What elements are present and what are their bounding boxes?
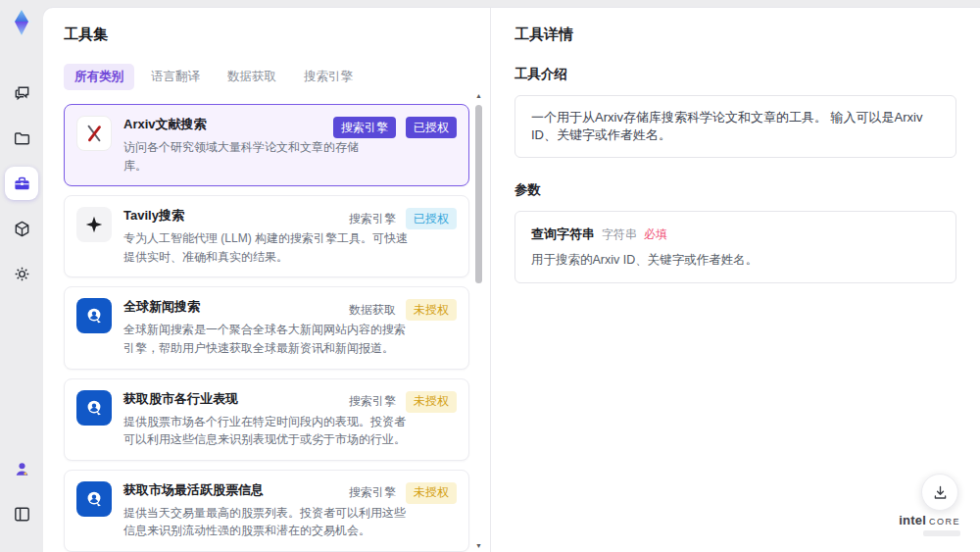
user-avatar-icon[interactable]	[5, 452, 38, 485]
arxiv-logo-icon	[76, 116, 112, 151]
app-panel: 工具集 所有类别 语言翻译 数据获取 搜索引擎 Arxiv文献搜索 访问各个研究…	[43, 8, 980, 552]
left-rail	[0, 0, 43, 552]
param-required-flag: 必填	[644, 226, 667, 243]
tool-detail-pane: 工具详情 工具介绍 一个用于从Arxiv存储库搜索科学论文和文章的工具。 输入可…	[490, 8, 980, 552]
param-box: 查询字符串 字符串 必填 用于搜索的Arxiv ID、关键字或作者姓名。	[514, 211, 956, 283]
tool-desc: 专为人工智能代理 (LLM) 构建的搜索引擎工具。可快速提供实时、准确和真实的结…	[123, 229, 414, 266]
tool-desc: 提供当天交易量最高的股票列表。投资者可以利用这些信息来识别流动性强的股票和潜在的…	[123, 504, 414, 540]
list-scrollbar[interactable]: ▲ ▼	[474, 92, 483, 550]
settings-gear-icon[interactable]	[5, 257, 38, 290]
category-badge: 搜索引擎	[333, 117, 396, 138]
cube-icon[interactable]	[5, 212, 38, 245]
auth-badge: 未授权	[406, 391, 457, 413]
auth-badge: 已授权	[406, 117, 457, 138]
auth-badge: 未授权	[406, 299, 457, 321]
app-logo-icon	[7, 8, 36, 37]
tool-card-list: Arxiv文献搜索 访问各个研究领域大量科学论文和文章的存储库。 搜索引擎 已授…	[64, 104, 469, 552]
tool-list-pane: 工具集 所有类别 语言翻译 数据获取 搜索引擎 Arxiv文献搜索 访问各个研究…	[43, 8, 490, 552]
tool-card-sector-performance[interactable]: 获取股市各行业表现 提供股票市场各个行业在特定时间段内的表现。投资者可以利用这些…	[64, 378, 469, 461]
toolbox-icon[interactable]	[5, 167, 38, 200]
param-name: 查询字符串	[531, 226, 595, 243]
tool-card-tavily[interactable]: Tavily搜索 专为人工智能代理 (LLM) 构建的搜索引擎工具。可快速提供实…	[64, 195, 469, 277]
params-heading: 参数	[514, 181, 956, 199]
category-label: 搜索引擎	[349, 393, 396, 410]
intro-heading: 工具介绍	[514, 66, 956, 83]
panel-toggle-icon[interactable]	[5, 497, 38, 530]
category-label: 搜索引擎	[349, 484, 396, 501]
tab-data-acquisition[interactable]: 数据获取	[217, 64, 287, 90]
download-button[interactable]	[921, 474, 958, 511]
intro-text-box: 一个用于从Arxiv存储库搜索科学论文和文章的工具。 输入可以是Arxiv ID…	[514, 95, 956, 158]
tab-search-engine[interactable]: 搜索引擎	[293, 64, 364, 90]
tab-language-translation[interactable]: 语言翻译	[140, 64, 211, 90]
category-tabs: 所有类别 语言翻译 数据获取 搜索引擎	[64, 64, 490, 90]
chat-icon[interactable]	[5, 76, 38, 110]
category-label: 搜索引擎	[349, 211, 396, 227]
blue-q-logo-icon	[76, 390, 112, 426]
folder-icon[interactable]	[5, 122, 38, 155]
tab-all-categories[interactable]: 所有类别	[64, 64, 134, 90]
tool-desc: 访问各个研究领域大量科学论文和文章的存储库。	[123, 138, 376, 175]
category-label: 数据获取	[349, 302, 396, 319]
auth-badge: 未授权	[406, 482, 457, 504]
scroll-up-icon[interactable]: ▲	[475, 92, 482, 100]
blue-q-logo-icon	[76, 298, 112, 333]
tool-card-arxiv[interactable]: Arxiv文献搜索 访问各个研究领域大量科学论文和文章的存储库。 搜索引擎 已授…	[64, 104, 469, 186]
core-wordmark: core	[929, 513, 960, 527]
scrollbar-thumb[interactable]	[475, 105, 482, 283]
sparkle-star-icon	[76, 207, 112, 242]
intel-wordmark: intel	[899, 513, 926, 527]
tool-desc: 全球新闻搜索是一个聚合全球各大新闻网站内容的搜索引擎，帮助用户快速获取全球最新资…	[123, 321, 414, 357]
param-type: 字符串	[602, 226, 637, 243]
tool-desc: 提供股票市场各个行业在特定时间段内的表现。投资者可以利用这些信息来识别表现优于或…	[123, 413, 414, 449]
scroll-down-icon[interactable]: ▼	[475, 542, 482, 550]
param-desc: 用于搜索的Arxiv ID、关键字或作者姓名。	[531, 252, 940, 269]
page-title: 工具集	[64, 25, 490, 44]
tool-card-global-news[interactable]: 全球新闻搜索 全球新闻搜索是一个聚合全球各大新闻网站内容的搜索引擎，帮助用户快速…	[64, 286, 469, 369]
intel-core-logo: intelcore	[899, 514, 960, 536]
detail-title: 工具详情	[514, 25, 956, 44]
logo-subtext-placeholder	[923, 530, 960, 536]
tool-card-active-stocks[interactable]: 获取市场最活跃股票信息 提供当天交易量最高的股票列表。投资者可以利用这些信息来识…	[64, 470, 469, 552]
blue-q-logo-icon	[76, 481, 112, 517]
auth-badge: 已授权	[406, 208, 457, 229]
